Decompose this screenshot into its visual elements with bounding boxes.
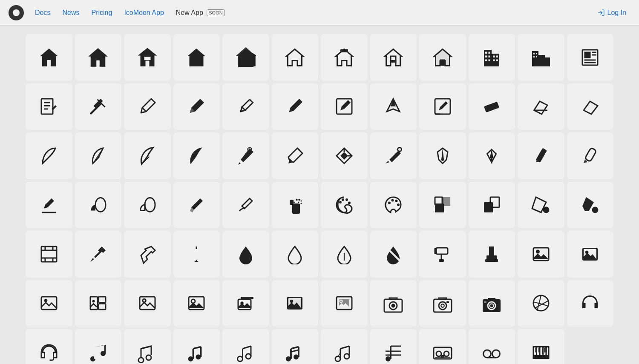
svg-point-150 xyxy=(335,356,340,361)
icon-stylus-2[interactable] xyxy=(124,182,171,229)
icon-fountain-pen-1[interactable] xyxy=(222,132,269,179)
icon-image-frame-1[interactable] xyxy=(26,280,72,327)
icon-drop-2[interactable] xyxy=(272,231,319,278)
icon-home-7[interactable] xyxy=(321,34,368,81)
icon-music-list[interactable] xyxy=(370,329,417,364)
icon-fountain-pen-2[interactable] xyxy=(272,132,319,179)
icon-drop-3[interactable] xyxy=(321,231,368,278)
icon-image-multiple[interactable] xyxy=(222,280,269,327)
icon-feather-2[interactable] xyxy=(75,132,122,179)
icon-home-6[interactable] xyxy=(272,34,319,81)
nav-new-app[interactable]: New App SOON xyxy=(172,6,229,19)
icon-marker-1[interactable] xyxy=(518,132,564,179)
icon-pencil-4[interactable] xyxy=(272,83,319,130)
icon-aperture[interactable] xyxy=(518,280,564,327)
icon-voicemail[interactable] xyxy=(469,329,515,364)
icon-home-9[interactable] xyxy=(419,34,466,81)
icon-paint-bucket-2[interactable] xyxy=(567,182,614,229)
svg-point-162 xyxy=(444,351,449,356)
nav-pricing[interactable]: Pricing xyxy=(87,6,116,19)
icon-dropper-2[interactable] xyxy=(124,231,171,278)
icon-pencil-ruler[interactable] xyxy=(75,83,122,130)
icon-music-notes-3[interactable] xyxy=(272,329,319,364)
icon-building-1[interactable] xyxy=(469,34,515,81)
svg-rect-20 xyxy=(533,53,535,54)
icon-pen-tool-2[interactable] xyxy=(370,132,417,179)
icon-canvas[interactable] xyxy=(26,231,72,278)
icon-no-drop[interactable] xyxy=(370,231,417,278)
icon-spray-paint[interactable] xyxy=(272,182,319,229)
site-logo[interactable] xyxy=(9,5,24,20)
icon-dropper-3[interactable] xyxy=(173,231,220,278)
icon-pen-tool-1[interactable] xyxy=(321,132,368,179)
svg-point-69 xyxy=(397,203,400,206)
icon-eraser-1[interactable] xyxy=(469,83,515,130)
icon-brush-1[interactable] xyxy=(173,182,220,229)
icon-headphones[interactable] xyxy=(567,280,614,327)
icon-home-3[interactable] xyxy=(124,34,171,81)
svg-rect-41 xyxy=(484,102,499,112)
icon-camera-1[interactable] xyxy=(370,280,417,327)
icon-image-frame-5[interactable] xyxy=(272,280,319,327)
icon-pencil-underline[interactable] xyxy=(26,182,72,229)
icon-music-notes-4[interactable] xyxy=(321,329,368,364)
icon-stamp[interactable] xyxy=(469,231,515,278)
icon-newspaper[interactable] xyxy=(567,34,614,81)
icon-home-4[interactable] xyxy=(173,34,220,81)
icon-brush-2[interactable] xyxy=(222,182,269,229)
icon-copy-format[interactable] xyxy=(469,182,515,229)
icon-pencil-square[interactable] xyxy=(321,83,368,130)
icon-camera-2[interactable] xyxy=(419,280,466,327)
icon-building-2[interactable] xyxy=(518,34,564,81)
icon-palette-1[interactable] xyxy=(321,182,368,229)
svg-point-95 xyxy=(536,249,540,253)
icon-marker-2[interactable] xyxy=(567,132,614,179)
icon-image-2[interactable] xyxy=(567,231,614,278)
svg-point-166 xyxy=(492,350,500,358)
icon-home-8[interactable] xyxy=(370,34,417,81)
icon-music-notes-1[interactable] xyxy=(173,329,220,364)
icon-pencil-3[interactable] xyxy=(222,83,269,130)
icon-music-note-1[interactable] xyxy=(75,329,122,364)
icon-home-2[interactable] xyxy=(75,34,122,81)
icon-pen-nib-2[interactable] xyxy=(419,132,466,179)
icon-pencil-edit[interactable] xyxy=(419,83,466,130)
icon-eraser-2[interactable] xyxy=(518,83,564,130)
icon-paint-roller[interactable] xyxy=(419,231,466,278)
nav-icomoon-app[interactable]: IcoMoon App xyxy=(120,6,168,19)
icon-drop-1[interactable] xyxy=(222,231,269,278)
icon-image-1[interactable] xyxy=(518,231,564,278)
icon-stylus-1[interactable] xyxy=(75,182,122,229)
nav-news[interactable]: News xyxy=(58,6,83,19)
icon-color-swatches[interactable] xyxy=(419,182,466,229)
icon-image-frame-4[interactable] xyxy=(173,280,220,327)
icon-image-frame-6[interactable] xyxy=(321,280,368,327)
icon-eraser-3[interactable] xyxy=(567,83,614,130)
nav-docs[interactable]: Docs xyxy=(31,6,55,19)
icon-music-note-2[interactable] xyxy=(124,329,171,364)
icon-feather-4[interactable] xyxy=(173,132,220,179)
icon-pen-nib-1[interactable] xyxy=(370,83,417,130)
icon-image-frame-2[interactable] xyxy=(75,280,122,327)
icon-home-1[interactable] xyxy=(26,34,72,81)
svg-point-58 xyxy=(294,202,295,203)
icon-palette-2[interactable] xyxy=(370,182,417,229)
icon-cassette[interactable] xyxy=(419,329,466,364)
icon-home-5[interactable] xyxy=(222,34,269,81)
icon-pencil-1[interactable] xyxy=(124,83,171,130)
icon-piano[interactable] xyxy=(518,329,564,364)
icon-feather-3[interactable] xyxy=(124,132,171,179)
icon-headset[interactable] xyxy=(26,329,72,364)
icon-camera-3[interactable] xyxy=(469,280,515,327)
icon-feather-1[interactable] xyxy=(26,132,72,179)
login-button[interactable]: Log In xyxy=(593,6,630,19)
svg-rect-9 xyxy=(485,55,487,57)
svg-rect-102 xyxy=(99,297,106,303)
icon-music-notes-2[interactable] xyxy=(222,329,269,364)
icon-document-edit[interactable] xyxy=(26,83,72,130)
icon-pen-nib-3[interactable] xyxy=(469,132,515,179)
icon-dropper-1[interactable] xyxy=(75,231,122,278)
icon-image-frame-3[interactable] xyxy=(124,280,171,327)
icon-paint-bucket-1[interactable] xyxy=(518,182,564,229)
icon-pencil-2[interactable] xyxy=(173,83,220,130)
